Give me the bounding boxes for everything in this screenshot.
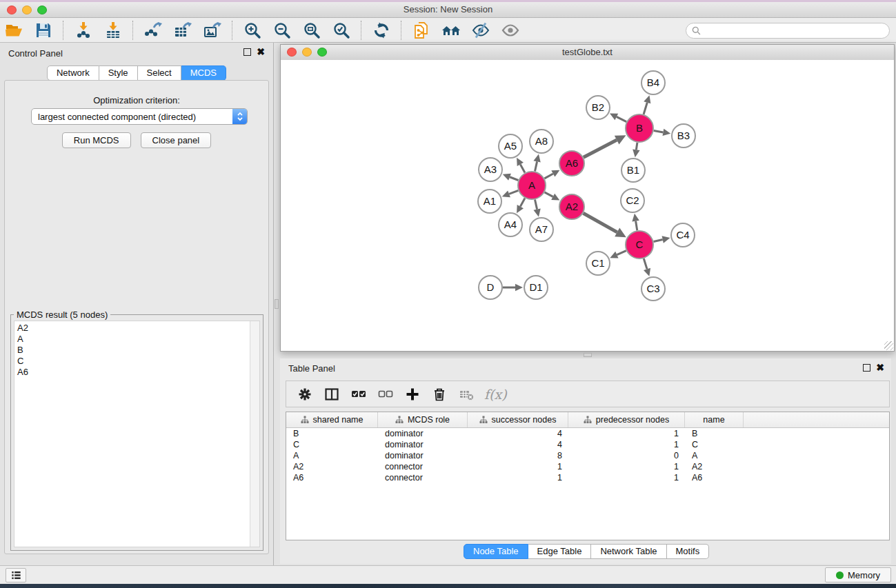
- graph-node-A2[interactable]: A2: [559, 194, 584, 219]
- table-cell[interactable]: dominator: [378, 450, 468, 461]
- graph-node-D[interactable]: D: [479, 276, 502, 299]
- splitter-grip-vertical[interactable]: [275, 299, 279, 309]
- tab-edge-table[interactable]: Edge Table: [528, 544, 592, 559]
- table-cell[interactable]: B: [685, 428, 744, 439]
- graph-node-B4[interactable]: B4: [641, 71, 665, 94]
- tab-motifs[interactable]: Motifs: [667, 544, 710, 559]
- graph-node-B3[interactable]: B3: [672, 124, 695, 148]
- column-header-shared-name[interactable]: shared name: [286, 412, 378, 427]
- gear-icon[interactable]: [295, 384, 315, 405]
- graph-node-A[interactable]: A: [518, 172, 546, 199]
- graph-node-A5[interactable]: A5: [499, 134, 522, 158]
- splitter-grip-horizontal[interactable]: [584, 353, 592, 357]
- mcds-result-item[interactable]: A: [14, 334, 250, 345]
- home-network-icon[interactable]: [439, 20, 464, 41]
- add-column-icon[interactable]: [402, 384, 423, 405]
- graph-edge-B-B4[interactable]: [644, 95, 650, 114]
- tab-node-table[interactable]: Node Table: [464, 544, 528, 559]
- zoom-selected-icon[interactable]: [329, 20, 354, 41]
- show-all-icon[interactable]: [498, 20, 523, 41]
- close-panel-button[interactable]: Close panel: [141, 132, 212, 148]
- table-cell[interactable]: A6: [685, 472, 744, 483]
- graph-node-C2[interactable]: C2: [621, 189, 644, 212]
- graph-edge-A-A2[interactable]: [545, 192, 560, 201]
- graph-node-C4[interactable]: C4: [671, 223, 695, 247]
- graph-node-A8[interactable]: A8: [530, 130, 553, 153]
- graph-edge-B-B2[interactable]: [610, 113, 626, 121]
- table-cell[interactable]: A2: [685, 461, 744, 472]
- tab-network-table[interactable]: Network Table: [591, 544, 666, 559]
- table-cell[interactable]: connector: [378, 472, 468, 483]
- table-cell[interactable]: A: [685, 450, 744, 461]
- float-panel-icon[interactable]: [243, 48, 251, 56]
- close-panel-icon[interactable]: ✖: [257, 48, 265, 56]
- table-cell[interactable]: 8: [468, 450, 568, 461]
- table-cell[interactable]: 1: [468, 472, 568, 483]
- column-header-predecessor-nodes[interactable]: predecessor nodes: [568, 412, 685, 427]
- table-cell[interactable]: A6: [286, 472, 378, 483]
- graph-edge-A-A7[interactable]: [533, 200, 540, 217]
- graph-edge-C-C3[interactable]: [644, 258, 650, 276]
- graph-node-A1[interactable]: A1: [478, 190, 501, 213]
- table-cell[interactable]: 0: [568, 450, 685, 461]
- table-cell[interactable]: dominator: [378, 428, 468, 439]
- graph-node-A3[interactable]: A3: [479, 158, 502, 181]
- tab-style[interactable]: Style: [99, 65, 138, 81]
- graph-node-B2[interactable]: B2: [586, 96, 610, 119]
- graph-edge-B-B1[interactable]: [633, 143, 639, 157]
- open-session-icon[interactable]: [1, 20, 26, 41]
- graph-node-C3[interactable]: C3: [641, 277, 665, 301]
- table-cell[interactable]: 1: [568, 472, 685, 483]
- table-row[interactable]: A6connector11A6: [286, 472, 889, 483]
- export-table-icon[interactable]: [170, 20, 195, 41]
- graph-node-B1[interactable]: B1: [621, 159, 645, 182]
- graph-node-B[interactable]: B: [626, 114, 653, 142]
- table-cell[interactable]: A2: [286, 461, 378, 472]
- table-cell[interactable]: C: [685, 439, 744, 450]
- graph-edge-C-C2[interactable]: [632, 214, 639, 230]
- deselect-all-icon[interactable]: [375, 384, 396, 405]
- table-cell[interactable]: 1: [468, 461, 568, 472]
- network-canvas[interactable]: B4B2BB3A5A8A6A3B1AA1C2A2A4A7C4CC1C3DD1: [281, 60, 894, 351]
- zoom-fit-icon[interactable]: [299, 20, 324, 41]
- tab-mcds[interactable]: MCDS: [181, 65, 226, 81]
- network-window-titlebar[interactable]: testGlobe.txt: [281, 45, 894, 61]
- table-cell[interactable]: A: [286, 450, 378, 461]
- graph-edge-A-A8[interactable]: [533, 154, 540, 172]
- save-session-icon[interactable]: [31, 20, 56, 41]
- search-box[interactable]: [686, 23, 890, 39]
- export-network-icon[interactable]: [141, 20, 166, 41]
- graph-edge-A-A5[interactable]: [517, 158, 525, 173]
- zoom-in-icon[interactable]: [240, 20, 265, 41]
- split-panel-icon[interactable]: [321, 384, 342, 405]
- network-graph[interactable]: B4B2BB3A5A8A6A3B1AA1C2A2A4A7C4CC1C3DD1: [281, 60, 894, 351]
- graph-edge-A6-B[interactable]: [584, 135, 626, 157]
- table-row[interactable]: Bdominator41B: [286, 428, 889, 439]
- table-cell[interactable]: 4: [468, 439, 568, 450]
- graph-node-D1[interactable]: D1: [524, 276, 548, 299]
- run-mcds-button[interactable]: Run MCDS: [62, 132, 131, 148]
- delete-column-icon[interactable]: [429, 384, 450, 405]
- table-cell[interactable]: 4: [468, 428, 568, 439]
- clone-network-icon[interactable]: [409, 20, 434, 41]
- graph-edge-A-A4[interactable]: [517, 198, 525, 213]
- zoom-out-icon[interactable]: [270, 20, 295, 41]
- hide-selected-icon[interactable]: [468, 20, 493, 41]
- column-header-mcds-role[interactable]: MCDS role: [378, 412, 468, 427]
- graph-node-A6[interactable]: A6: [559, 151, 584, 176]
- select-all-icon[interactable]: [348, 384, 369, 405]
- mcds-result-item[interactable]: A6: [14, 367, 250, 378]
- graph-node-A7[interactable]: A7: [530, 218, 553, 241]
- graph-node-C[interactable]: C: [626, 231, 653, 258]
- table-cell[interactable]: connector: [378, 461, 468, 472]
- table-cell[interactable]: 1: [568, 439, 685, 450]
- table-cell[interactable]: C: [286, 439, 378, 450]
- export-image-icon[interactable]: [200, 20, 225, 41]
- table-row[interactable]: A2connector11A2: [286, 461, 889, 472]
- float-table-panel-icon[interactable]: [863, 364, 870, 372]
- tab-select[interactable]: Select: [138, 65, 181, 81]
- table-cell[interactable]: dominator: [378, 439, 468, 450]
- graph-edge-C-C1[interactable]: [610, 251, 626, 258]
- refresh-layout-icon[interactable]: [369, 20, 394, 41]
- mcds-result-item[interactable]: C: [14, 356, 250, 367]
